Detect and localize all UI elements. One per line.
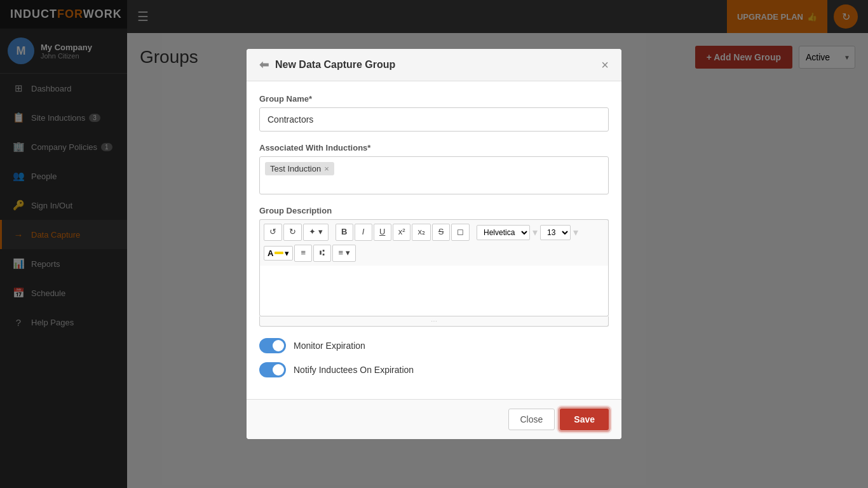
group-name-label: Group Name* [259,94,609,104]
monitor-expiration-label: Monitor Expiration [294,341,365,351]
strikethrough-button[interactable]: S [432,224,450,241]
description-field: Group Description ↺ ↻ ✦ ▾ B I U x² x₂ S [259,206,609,327]
modal-header: ⬅ New Data Capture Group × [247,49,621,81]
description-label: Group Description [259,206,609,215]
modal-title-icon: ⬅ [259,58,269,72]
font-size-select[interactable]: 13 [540,225,571,240]
description-editor[interactable] [259,266,609,316]
align-button[interactable]: ≡ ▾ [332,245,355,262]
bold-button[interactable]: B [336,224,353,241]
rich-text-toolbar: ↺ ↻ ✦ ▾ B I U x² x₂ S ◻ Helvetica [259,219,609,266]
color-indicator [275,252,283,254]
editor-resize-handle[interactable]: ⋯ [259,316,609,327]
inductions-tag-input[interactable]: Test Induction × [259,156,609,194]
notify-inductees-label: Notify Inductees On Expiration [294,365,414,375]
erase-button[interactable]: ◻ [451,224,470,241]
modal-overlay: ⬅ New Data Capture Group × Group Name* A… [0,0,868,488]
inductions-field: Associated With Inductions* Test Inducti… [259,143,609,194]
font-family-select[interactable]: Helvetica [477,225,530,240]
notify-inductees-row: Notify Inductees On Expiration [259,362,609,377]
modal-body: Group Name* Associated With Inductions* … [247,81,621,399]
text-color-button[interactable]: A ▾ [264,246,293,261]
tag-remove-button[interactable]: × [324,165,329,173]
notify-inductees-toggle[interactable] [259,362,286,377]
superscript-button[interactable]: x² [393,224,411,241]
monitor-expiration-row: Monitor Expiration [259,338,609,353]
redo-button[interactable]: ↻ [283,224,302,241]
undo-button[interactable]: ↺ [264,224,282,241]
tag-text: Test Induction [270,164,321,173]
induction-tag: Test Induction × [265,162,334,175]
save-button[interactable]: Save [560,409,609,430]
italic-button[interactable]: I [355,224,372,241]
number-list-button[interactable]: ⑆ [313,245,331,262]
new-data-capture-group-modal: ⬅ New Data Capture Group × Group Name* A… [247,49,621,439]
modal-title-text: New Data Capture Group [275,59,395,71]
bullet-list-button[interactable]: ≡ [294,245,312,262]
group-name-input[interactable] [259,107,609,132]
modal-close-button[interactable]: × [601,58,609,71]
color-chevron: ▾ [285,248,289,258]
group-name-field: Group Name* [259,94,609,132]
magic-button[interactable]: ✦ ▾ [303,224,329,241]
inductions-label: Associated With Inductions* [259,143,609,152]
subscript-button[interactable]: x₂ [412,224,431,241]
monitor-expiration-toggle[interactable] [259,338,286,353]
color-letter: A [268,248,273,258]
close-button[interactable]: Close [508,409,555,430]
underline-button[interactable]: U [374,224,391,241]
modal-footer: Close Save [247,399,621,439]
